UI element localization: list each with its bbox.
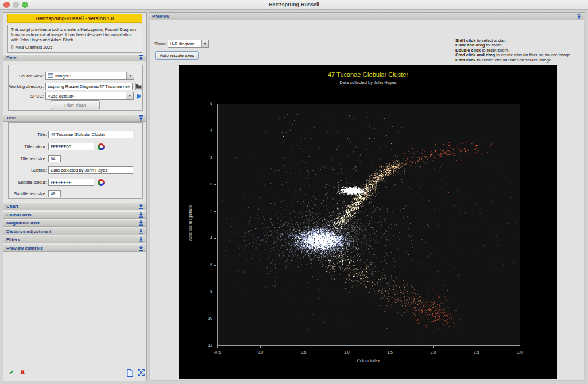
spcc-label: SPCC: [9, 94, 44, 99]
ok-check-icon[interactable]: ✔ [9, 370, 14, 375]
cancel-cross-icon[interactable]: ✖ [20, 370, 25, 375]
subtitle-input[interactable] [48, 166, 133, 174]
section-header-colour-axis[interactable]: Colour axis [3, 211, 146, 219]
description-box: This script provides a tool to create a … [7, 25, 142, 53]
folder-icon [136, 84, 142, 89]
window-title: Hertzsprung-Russell [0, 2, 588, 7]
script-title-text: Hertzsprung-Russell - Version 1.0 [36, 15, 114, 21]
expand-down-icon[interactable] [138, 246, 144, 251]
expand-down-icon[interactable] [138, 220, 144, 226]
source-view-value: Image01 [55, 73, 72, 79]
image-window-icon [48, 73, 53, 78]
title-colour-input[interactable] [48, 143, 94, 150]
title-section-body: Title: Title colour: Title text size: Su… [8, 122, 143, 199]
working-directory-input[interactable] [45, 83, 133, 90]
new-instance-document-icon[interactable] [127, 369, 133, 377]
show-dropdown-value: H-R diagram [170, 41, 195, 46]
y-axis-label: Absolute magnitude [188, 197, 192, 249]
collapse-up-icon[interactable] [138, 55, 144, 60]
preview-header-title: Preview [149, 14, 169, 19]
source-view-dropdown-arrow[interactable]: ▼ [126, 72, 134, 79]
section-header-preview[interactable]: Preview [149, 13, 585, 20]
source-view-dropdown[interactable]: Image01 ▼ [45, 72, 134, 80]
expand-down-icon[interactable] [138, 237, 144, 242]
chart-title: 47 Tucanae Globular Cluster [179, 71, 557, 78]
script-title-banner: Hertzsprung-Russell - Version 1.0 [7, 14, 142, 23]
instruction-line: Cmd click to centre circular filter on s… [455, 58, 585, 63]
copyright-text: © Mike Cranfield 2025 [11, 45, 139, 50]
subtitle-label: Subtitle: [9, 168, 47, 173]
play-icon [136, 93, 142, 99]
section-header-data[interactable]: Data [3, 54, 146, 61]
description-text: This script provides a tool to create a … [11, 27, 139, 42]
title-colour-wheel-icon[interactable] [98, 143, 105, 150]
preview-instructions: Shift click to select a star, Click and … [455, 38, 585, 63]
parameters-panel: Hertzsprung-Russell - Version 1.0 This s… [3, 12, 147, 381]
subtitle-size-input[interactable] [48, 190, 61, 197]
section-header-title[interactable]: Title [3, 114, 146, 122]
preview-content: Show: H-R diagram ▼ Auto rescale axes Sh… [149, 21, 585, 381]
title-size-input[interactable] [48, 155, 61, 162]
spcc-dropdown-arrow[interactable]: ▼ [126, 92, 133, 99]
section-header-preview-controls[interactable]: Preview controls [3, 245, 146, 252]
title-label: Title: [9, 132, 47, 137]
data-section-body: Source view: Image01 ▼ Working directory… [8, 65, 143, 111]
working-directory-label: Working directory: [9, 84, 44, 89]
x-axis-label: Colour index [217, 359, 520, 363]
subtitle-colour-input[interactable] [48, 179, 94, 186]
hr-scatter-canvas[interactable] [218, 104, 520, 346]
title-colour-label: Title colour: [9, 144, 47, 149]
hr-diagram-chart[interactable]: 47 Tucanae Globular Cluster Data collect… [179, 65, 557, 379]
reset-diagonal-arrows-icon[interactable] [138, 369, 145, 376]
preview-panel: Preview Show: H-R diagram ▼ Auto rescale… [149, 12, 585, 381]
subtitle-colour-wheel-icon[interactable] [98, 179, 105, 186]
expand-down-icon[interactable] [138, 212, 144, 218]
plot-area[interactable] [217, 104, 520, 346]
title-input[interactable] [48, 131, 133, 138]
source-view-label: Source view: [9, 73, 44, 79]
subtitle-size-label: Subtitle text size: [9, 191, 47, 196]
subtitle-colour-label: Subtitle colour: [9, 180, 47, 185]
show-dropdown-arrow[interactable]: ▼ [201, 40, 208, 47]
spcc-dropdown[interactable]: <Use default> ▼ [45, 92, 134, 100]
auto-rescale-axes-button[interactable]: Auto rescale axes [155, 51, 199, 60]
spcc-value: <Use default> [48, 94, 75, 99]
collapse-up-icon[interactable] [138, 115, 144, 121]
expand-down-icon[interactable] [138, 229, 144, 234]
browse-folder-button[interactable] [135, 83, 142, 90]
section-header-distance-adjustment[interactable]: Distance adjustment [3, 228, 146, 235]
title-size-label: Title text size: [9, 156, 47, 161]
expand-down-icon[interactable] [138, 204, 144, 209]
show-label: Show: [154, 41, 167, 46]
chart-subtitle: Data collected by John Hayes [179, 80, 557, 85]
collapse-up-icon[interactable] [577, 14, 582, 19]
run-spcc-button[interactable] [136, 93, 142, 99]
plot-data-button[interactable]: Plot data [51, 100, 100, 110]
section-header-chart[interactable]: Chart [3, 203, 146, 210]
window-titlebar: Hertzsprung-Russell [0, 0, 588, 10]
section-title-data: Data [3, 55, 16, 60]
show-dropdown[interactable]: H-R diagram ▼ [168, 40, 209, 48]
section-header-filters[interactable]: Filters [3, 236, 146, 243]
section-title-title: Title [3, 115, 16, 121]
section-header-magnitude-axis[interactable]: Magnitude axis [3, 219, 146, 227]
